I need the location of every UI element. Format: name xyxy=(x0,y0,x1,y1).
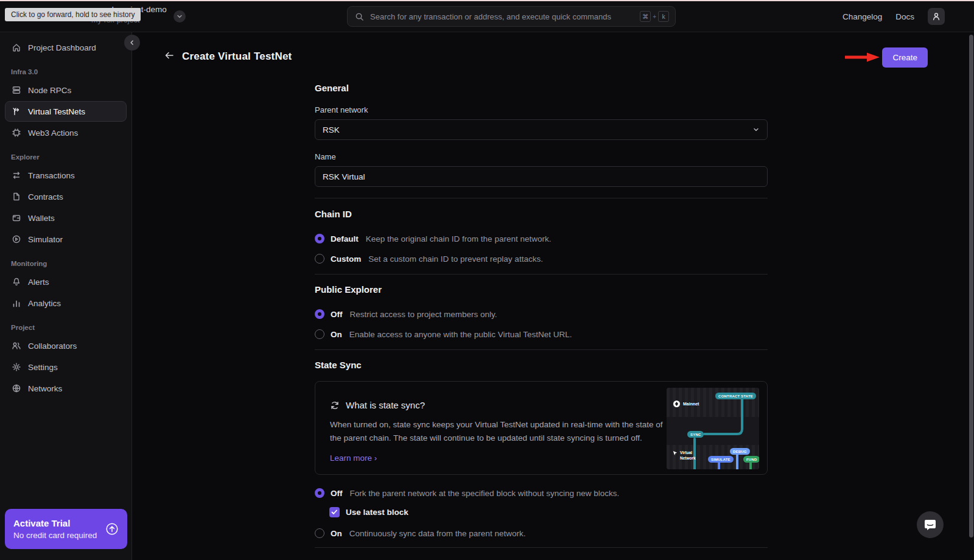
activate-trial-banner[interactable]: Activate Trial No credit card required xyxy=(5,509,127,549)
refresh-sync-icon xyxy=(330,401,340,410)
parent-network-value: RSK xyxy=(323,125,340,135)
docs-link[interactable]: Docs xyxy=(895,12,914,21)
radio-chain-id-custom[interactable]: Custom Set a custom chain ID to prevent … xyxy=(315,253,768,265)
chat-button[interactable] xyxy=(917,511,944,538)
app-window: my-rsk-project-demo my-rsk-project Click… xyxy=(0,0,974,560)
server-icon xyxy=(12,85,21,95)
sidebar-item-virtual-testnets[interactable]: Virtual TestNets xyxy=(5,101,127,122)
learn-more-link[interactable]: Learn more › xyxy=(330,453,377,463)
radio-state-sync-off[interactable]: Off Fork the parent network at the speci… xyxy=(315,487,768,499)
radio-unselected-icon xyxy=(315,329,324,339)
back-button[interactable] xyxy=(164,50,175,61)
arrow-left-icon xyxy=(164,50,175,61)
sidebar-item-web3-actions[interactable]: Web3 Actions xyxy=(5,122,127,143)
sync-badge: SYNC xyxy=(687,431,704,438)
fund-badge: FUND xyxy=(743,456,759,463)
chevron-left-icon xyxy=(128,39,136,46)
sidebar: Project Dashboard Infra 3.0 Node RPCs Vi… xyxy=(0,32,132,560)
radio-selected-icon xyxy=(315,309,324,319)
simulate-badge: SIMULATE xyxy=(708,456,734,463)
sidebar-collapse-button[interactable] xyxy=(124,35,140,51)
sidebar-item-wallets[interactable]: Wallets xyxy=(5,208,127,228)
mainnet-label: Mainnet xyxy=(673,401,699,407)
radio-selected-icon xyxy=(315,488,324,498)
page-title: Create Virtual TestNet xyxy=(182,51,292,63)
radio-state-sync-on[interactable]: On Continuously sync data from the paren… xyxy=(315,527,768,539)
search-input[interactable] xyxy=(369,12,635,22)
people-icon xyxy=(12,341,21,351)
card-body: When turned on, state sync keeps your Vi… xyxy=(330,418,668,446)
radio-public-explorer-on[interactable]: On Enable access to anyone with the publ… xyxy=(315,328,768,340)
sidebar-item-networks[interactable]: Networks xyxy=(5,378,127,399)
trial-subtitle: No credit card required xyxy=(13,531,97,540)
sidebar-item-project-dashboard[interactable]: Project Dashboard xyxy=(5,37,127,58)
sidebar-item-label: Project Dashboard xyxy=(28,43,96,52)
sidebar-item-alerts[interactable]: Alerts xyxy=(5,271,127,292)
state-sync-illustration: Mainnet CONTRACT STATE SYNC DEBUG SIMULA… xyxy=(667,388,759,469)
divider xyxy=(315,274,768,275)
sidebar-item-label: Collaborators xyxy=(28,341,77,351)
name-input[interactable] xyxy=(315,166,768,187)
changelog-link[interactable]: Changelog xyxy=(843,12,882,21)
checkbox-checked-icon xyxy=(329,507,340,517)
use-latest-block-checkbox[interactable]: Use latest block xyxy=(329,507,768,517)
sidebar-item-label: Networks xyxy=(28,384,62,393)
trial-title: Activate Trial xyxy=(13,518,97,528)
play-circle-icon xyxy=(12,234,21,244)
gear-icon xyxy=(12,362,21,372)
radio-unselected-icon xyxy=(315,254,324,264)
search-bar[interactable]: ⌘ + k xyxy=(347,6,676,27)
avatar[interactable] xyxy=(928,8,945,25)
k-key-badge: k xyxy=(658,11,669,22)
bar-chart-icon xyxy=(12,298,21,308)
parent-network-label: Parent network xyxy=(315,105,768,114)
general-heading: General xyxy=(315,83,768,93)
sidebar-item-label: Settings xyxy=(28,363,58,372)
sidebar-item-label: Node RPCs xyxy=(28,86,71,95)
wallet-icon xyxy=(12,213,21,223)
red-arrow-annotation xyxy=(845,52,880,62)
scrollbar[interactable] xyxy=(969,35,973,537)
virtual-network-label: Virtual Network xyxy=(673,450,696,461)
history-tooltip: Click to go forward, hold to see history xyxy=(5,8,141,21)
project-switcher-button[interactable] xyxy=(173,10,186,23)
state-sync-heading: State Sync xyxy=(315,360,768,370)
card-title: What is state sync? xyxy=(346,400,425,410)
radio-chain-id-default[interactable]: Default Keep the original chain ID from … xyxy=(315,233,768,245)
divider xyxy=(315,547,768,548)
contract-state-badge: CONTRACT STATE xyxy=(715,393,756,399)
sidebar-item-collaborators[interactable]: Collaborators xyxy=(5,335,127,356)
topbar-right-nav: Changelog Docs xyxy=(843,1,945,32)
sidebar-section-monitoring: Monitoring xyxy=(11,260,121,267)
create-button[interactable]: Create xyxy=(882,47,928,68)
swap-arrows-icon xyxy=(12,170,21,180)
sidebar-item-contracts[interactable]: Contracts xyxy=(5,186,127,207)
fork-branch-icon xyxy=(12,107,21,116)
radio-public-explorer-off[interactable]: Off Restrict access to project members o… xyxy=(315,308,768,320)
sidebar-item-simulator[interactable]: Simulator xyxy=(5,229,127,250)
chain-id-heading: Chain ID xyxy=(315,209,768,219)
public-explorer-heading: Public Explorer xyxy=(315,284,768,295)
bell-icon xyxy=(12,277,21,287)
sidebar-section-infra: Infra 3.0 xyxy=(11,68,121,75)
sidebar-item-label: Wallets xyxy=(28,214,55,223)
plus-separator: + xyxy=(653,13,656,20)
shortcut-keys: ⌘ + k xyxy=(640,11,669,22)
sidebar-item-settings[interactable]: Settings xyxy=(5,357,127,377)
sidebar-item-analytics[interactable]: Analytics xyxy=(5,293,127,313)
parent-network-select[interactable]: RSK xyxy=(315,119,768,140)
create-testnet-form: General Parent network RSK Name Chain ID… xyxy=(315,83,768,548)
sidebar-item-node-rpcs[interactable]: Node RPCs xyxy=(5,80,127,100)
sidebar-item-label: Contracts xyxy=(28,192,63,201)
arrow-up-circle-icon xyxy=(105,522,119,536)
globe-icon xyxy=(12,383,21,393)
sidebar-item-label: Web3 Actions xyxy=(28,128,78,138)
divider xyxy=(315,198,768,198)
window-top-strip xyxy=(0,0,974,1)
sidebar-item-transactions[interactable]: Transactions xyxy=(5,165,127,186)
home-icon xyxy=(12,43,21,52)
topbar: my-rsk-project-demo my-rsk-project Click… xyxy=(0,1,974,32)
cmd-key-badge: ⌘ xyxy=(640,11,651,22)
search-icon xyxy=(355,12,364,21)
radio-selected-icon xyxy=(315,234,324,243)
